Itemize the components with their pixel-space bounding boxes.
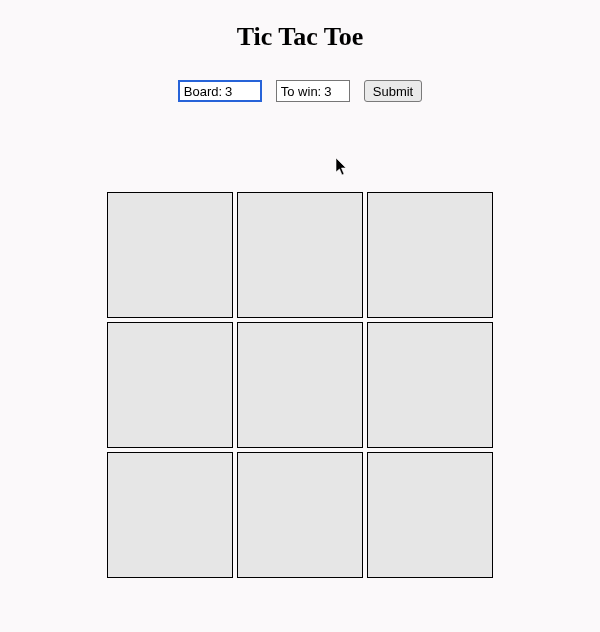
to-win-input[interactable]: To win: 3 (276, 80, 350, 102)
cell-0-2[interactable] (367, 192, 493, 318)
board-size-label: Board: (184, 84, 222, 99)
submit-button[interactable]: Submit (364, 80, 422, 102)
cell-1-0[interactable] (107, 322, 233, 448)
cell-0-1[interactable] (237, 192, 363, 318)
cursor-icon (335, 158, 349, 176)
board-size-input[interactable]: Board: 3 (178, 80, 262, 102)
cell-2-0[interactable] (107, 452, 233, 578)
cell-0-0[interactable] (107, 192, 233, 318)
cell-2-1[interactable] (237, 452, 363, 578)
cell-2-2[interactable] (367, 452, 493, 578)
page-title: Tic Tac Toe (237, 22, 364, 52)
board-size-value: 3 (225, 84, 247, 99)
to-win-value: 3 (324, 84, 346, 99)
cell-1-1[interactable] (237, 322, 363, 448)
controls-row: Board: 3 To win: 3 Submit (178, 80, 422, 102)
game-board (107, 192, 493, 578)
to-win-label: To win: (281, 84, 321, 99)
cell-1-2[interactable] (367, 322, 493, 448)
